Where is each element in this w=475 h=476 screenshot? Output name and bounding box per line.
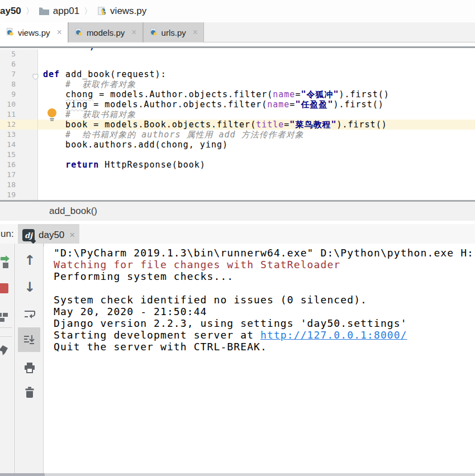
run-tab-day50[interactable]: dj day50 × <box>18 224 79 246</box>
code-editor[interactable]: ") 567def add_book(request):8 # 获取作者对象9 … <box>0 48 475 200</box>
code-line[interactable]: 17 <box>0 170 475 180</box>
line-number: 19 <box>0 190 38 200</box>
code-token: = <box>289 99 295 110</box>
code-line[interactable]: 8 # 获取作者对象 <box>0 79 475 89</box>
code-line-text <box>38 170 475 180</box>
breadcrumb-package[interactable]: app01 <box>53 6 79 17</box>
intention-bulb-icon[interactable] <box>47 108 57 121</box>
console-line: Quit the server with CTRL-BREAK. <box>54 341 475 353</box>
code-line[interactable]: 9 chong = models.Author.objects.filter(n… <box>0 89 475 99</box>
line-number: 15 <box>0 150 38 160</box>
console-toolbar: ↑ ↓ <box>16 244 44 473</box>
chevron-right-icon: 〉 <box>84 6 92 17</box>
console-line: System check identified no issues (0 sil… <box>54 294 475 306</box>
code-line[interactable]: 7def add_book(request): <box>0 69 475 79</box>
code-line-text <box>38 180 475 190</box>
close-icon[interactable]: × <box>57 27 62 37</box>
code-line[interactable]: 5 <box>0 49 475 59</box>
console-text: Watching for file changes with StatReloa… <box>54 259 340 270</box>
code-line[interactable]: 16 return HttpResponse(book) <box>0 160 475 170</box>
rerun-icon[interactable] <box>0 250 15 273</box>
pin-icon[interactable] <box>0 340 14 362</box>
run-tab-label: day50 <box>39 230 64 241</box>
bottom-strip <box>0 473 45 476</box>
server-url-link[interactable]: http://127.0.0.1:8000/ <box>260 329 407 341</box>
code-line[interactable]: 12 book = models.Book.objects.filter(tit… <box>0 120 475 130</box>
code-line[interactable]: 14 book.authors.add(chong, ying) <box>0 140 475 150</box>
run-console-output[interactable]: "D:\PyCharm 2019.1.3\bin\runnerw64.exe" … <box>44 244 475 473</box>
code-line-text: def add_book(request): <box>38 69 475 79</box>
code-token: name <box>273 89 295 99</box>
code-line[interactable]: 19 <box>0 190 475 200</box>
console-line <box>54 282 475 294</box>
console-line: Django version 2.2.3, using settings 'da… <box>54 317 475 329</box>
code-line-text: # 给书籍对象的 authors 属性用 add 方法传作者对象 <box>38 130 475 140</box>
tab-views-py[interactable]: views.py × <box>0 22 68 42</box>
tab-label: views.py <box>18 28 50 37</box>
soft-wrap-icon[interactable] <box>18 303 41 325</box>
code-token: # 给书籍对象的 authors 属性用 add 方法传作者对象 <box>43 130 304 140</box>
code-line[interactable]: 18 <box>0 180 475 190</box>
code-line-text <box>38 49 475 59</box>
line-number: 14 <box>0 140 38 150</box>
python-file-icon <box>6 27 15 38</box>
code-token: name <box>267 99 289 110</box>
tab-urls-py[interactable]: urls.py × <box>143 22 205 42</box>
close-icon[interactable]: × <box>131 27 136 37</box>
fold-marker-icon[interactable] <box>32 73 39 83</box>
close-icon[interactable]: × <box>193 27 198 37</box>
code-line[interactable]: 11 # 获取书籍对象 <box>0 110 475 120</box>
code-line-text: book = models.Book.objects.filter(title=… <box>38 120 475 130</box>
code-line-text <box>38 59 475 69</box>
clear-trash-icon[interactable] <box>18 381 41 403</box>
code-line-text: chong = models.Author.objects.filter(nam… <box>38 89 475 99</box>
breadcrumb-project[interactable]: ay50 <box>0 6 21 17</box>
pycharm-window: ay50 〉 app01 〉 views.py views.py × model… <box>0 0 475 476</box>
code-line[interactable]: 6 <box>0 59 475 69</box>
code-token: "菜鸟教程" <box>289 120 336 130</box>
code-token: chong <box>65 89 93 99</box>
code-token: = models.Author.objects.filter( <box>93 89 273 99</box>
code-token: return <box>65 160 99 170</box>
console-line: May 20, 2020 - 21:50:44 <box>54 306 475 317</box>
clipped-line-remnant: ") <box>84 48 95 52</box>
console-text: May 20, 2020 - 21:50:44 <box>54 306 207 317</box>
code-token: title <box>256 120 284 130</box>
code-token: = <box>295 89 301 99</box>
console-text: Quit the server with CTRL-BREAK. <box>54 341 267 353</box>
editor-context-bar: add_book() <box>0 202 475 221</box>
tab-label: urls.py <box>162 28 186 37</box>
console-line: Performing system checks... <box>54 270 475 282</box>
folder-icon <box>39 7 50 16</box>
code-line[interactable]: 15 <box>0 150 475 160</box>
line-number: 18 <box>0 180 38 190</box>
run-panel-header: un: dj day50 × <box>0 224 475 244</box>
django-icon: dj <box>22 229 35 241</box>
context-function[interactable]: add_book() <box>49 206 97 216</box>
close-icon[interactable]: × <box>69 230 75 241</box>
line-number: 17 <box>0 170 38 180</box>
editor-tab-strip: views.py × models.py × urls.py × <box>0 22 475 42</box>
code-line-text <box>38 150 475 160</box>
chevron-right-icon: 〉 <box>26 6 34 17</box>
print-icon[interactable] <box>18 356 41 379</box>
code-token: book = models.Book.objects.filter( <box>43 120 256 130</box>
code-token: # 获取作者对象 <box>43 79 136 89</box>
code-line[interactable]: 10 ying = models.Author.objects.filter(n… <box>0 99 475 110</box>
python-file-icon <box>97 6 107 16</box>
tab-models-py[interactable]: models.py × <box>68 22 143 42</box>
code-token: = models.Author.objects.filter( <box>88 99 267 110</box>
up-arrow-icon[interactable]: ↑ <box>18 249 41 272</box>
stop-icon[interactable] <box>0 277 15 299</box>
code-token: ).first() <box>333 99 383 110</box>
code-line[interactable]: 13 # 给书籍对象的 authors 属性用 add 方法传作者对象 <box>0 130 475 140</box>
code-token: book.authors.add(chong, ying) <box>43 140 228 150</box>
code-token: HttpResponse(book) <box>99 160 206 170</box>
code-line-text: # 获取书籍对象 <box>38 110 475 120</box>
code-token: "令狐冲" <box>301 89 339 99</box>
down-arrow-icon[interactable]: ↓ <box>18 276 41 298</box>
restore-layout-icon[interactable] <box>0 306 13 329</box>
scroll-to-end-icon[interactable] <box>18 327 40 352</box>
breadcrumb-file[interactable]: views.py <box>110 6 146 17</box>
code-token: ).first() <box>336 120 387 130</box>
